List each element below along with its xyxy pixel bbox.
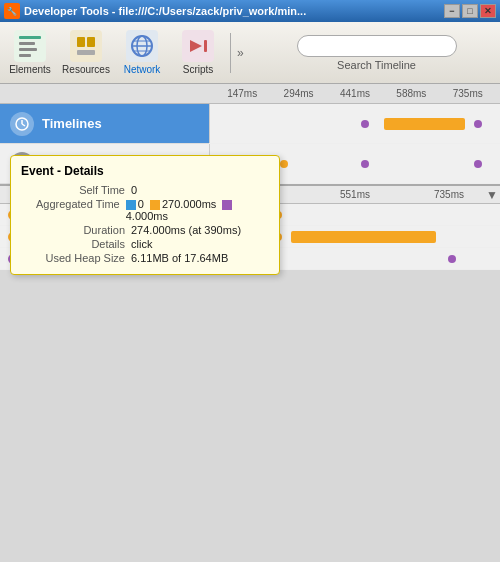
popup-row-aggtime: Aggregated Time 0 270.000ms 4.000ms xyxy=(21,198,269,222)
app-icon: 🔧 xyxy=(4,3,20,19)
time-2-2: 551ms xyxy=(340,189,370,200)
close-button[interactable]: ✕ xyxy=(480,4,496,18)
title-bar: 🔧 Developer Tools - file:///C:/Users/zac… xyxy=(0,0,500,22)
timelines-row-content xyxy=(210,104,500,143)
popup-key-selftime: Self Time xyxy=(21,184,131,196)
elements-label: Elements xyxy=(9,64,51,75)
memory-dot-purple xyxy=(361,160,369,168)
scroll-down-arrow[interactable]: ▼ xyxy=(486,188,498,202)
agg-color-blue xyxy=(126,200,136,210)
timelines-label: Timelines xyxy=(42,116,102,131)
timelines-bar-orange xyxy=(384,118,465,130)
memory-dot-orange xyxy=(280,160,288,168)
click-bar-orange xyxy=(291,231,436,243)
title-text: Developer Tools - file:///C:/Users/zack/… xyxy=(24,5,444,17)
popup-val-details: click xyxy=(131,238,152,250)
agg-color-purple xyxy=(222,200,232,210)
window-controls: − □ ✕ xyxy=(444,4,496,18)
timeline-times-1: 147ms 294ms 441ms 588ms 735ms xyxy=(210,88,500,99)
time-4: 588ms xyxy=(396,88,426,99)
agg-color-orange xyxy=(150,200,160,210)
popup-key-heap: Used Heap Size xyxy=(21,252,131,264)
minimize-button[interactable]: − xyxy=(444,4,460,18)
svg-rect-6 xyxy=(77,50,95,55)
popup-row-details: Details click xyxy=(21,238,269,250)
popup-val-aggtime: 0 270.000ms 4.000ms xyxy=(126,198,269,222)
toolbar-separator xyxy=(230,33,231,73)
resources-tool-button[interactable]: Resources xyxy=(60,26,112,80)
popup-row-heap: Used Heap Size 6.11MB of 17.64MB xyxy=(21,252,269,264)
more-tools-button[interactable]: » xyxy=(237,46,253,60)
resources-label: Resources xyxy=(62,64,110,75)
svg-rect-5 xyxy=(87,37,95,47)
time-3: 441ms xyxy=(340,88,370,99)
time-2: 294ms xyxy=(284,88,314,99)
timeline-header-1: 147ms 294ms 441ms 588ms 735ms xyxy=(0,84,500,104)
paint-dot-purple xyxy=(448,255,456,263)
svg-rect-0 xyxy=(19,36,41,39)
popup-key-aggtime: Aggregated Time xyxy=(21,198,126,222)
empty-space xyxy=(0,270,500,562)
timelines-dot-purple xyxy=(361,120,369,128)
elements-tool-button[interactable]: Elements xyxy=(4,26,56,80)
popup-key-duration: Duration xyxy=(21,224,131,236)
svg-marker-12 xyxy=(190,40,202,52)
time-2-3: 735ms xyxy=(434,189,464,200)
timelines-row: Timelines xyxy=(0,104,500,144)
svg-rect-1 xyxy=(19,42,35,45)
scripts-label: Scripts xyxy=(183,64,214,75)
maximize-button[interactable]: □ xyxy=(462,4,478,18)
svg-rect-3 xyxy=(19,54,31,57)
network-label: Network xyxy=(124,64,161,75)
scripts-icon xyxy=(182,30,214,62)
time-5: 735ms xyxy=(453,88,483,99)
timelines-icon xyxy=(10,112,34,136)
search-area: Search Timeline xyxy=(257,35,496,71)
main-content: 147ms 294ms 441ms 588ms 735ms Timelines xyxy=(0,84,500,562)
svg-line-16 xyxy=(22,124,25,126)
toolbar: Elements Resources Network Scripts » xyxy=(0,22,500,84)
resources-icon xyxy=(70,30,102,62)
search-input[interactable] xyxy=(297,35,457,57)
popup-row-selftime: Self Time 0 xyxy=(21,184,269,196)
popup-val-duration: 274.000ms (at 390ms) xyxy=(131,224,241,236)
scripts-tool-button[interactable]: Scripts xyxy=(172,26,224,80)
sidebar-item-timelines[interactable]: Timelines xyxy=(0,104,209,144)
svg-rect-4 xyxy=(77,37,85,47)
svg-rect-13 xyxy=(204,40,207,52)
svg-rect-2 xyxy=(19,48,37,51)
popup-title: Event - Details xyxy=(21,164,269,178)
timelines-dot-purple-2 xyxy=(474,120,482,128)
popup-row-duration: Duration 274.000ms (at 390ms) xyxy=(21,224,269,236)
popup-key-details: Details xyxy=(21,238,131,250)
time-1: 147ms xyxy=(227,88,257,99)
network-tool-button[interactable]: Network xyxy=(116,26,168,80)
popup-val-selftime: 0 xyxy=(131,184,137,196)
event-details-popup: Event - Details Self Time 0 Aggregated T… xyxy=(10,155,280,275)
popup-val-heap: 6.11MB of 17.64MB xyxy=(131,252,228,264)
timelines-sidebar: Timelines xyxy=(0,104,210,143)
memory-dot-purple-2 xyxy=(474,160,482,168)
search-timeline-label: Search Timeline xyxy=(337,59,416,71)
elements-icon xyxy=(14,30,46,62)
network-icon xyxy=(126,30,158,62)
